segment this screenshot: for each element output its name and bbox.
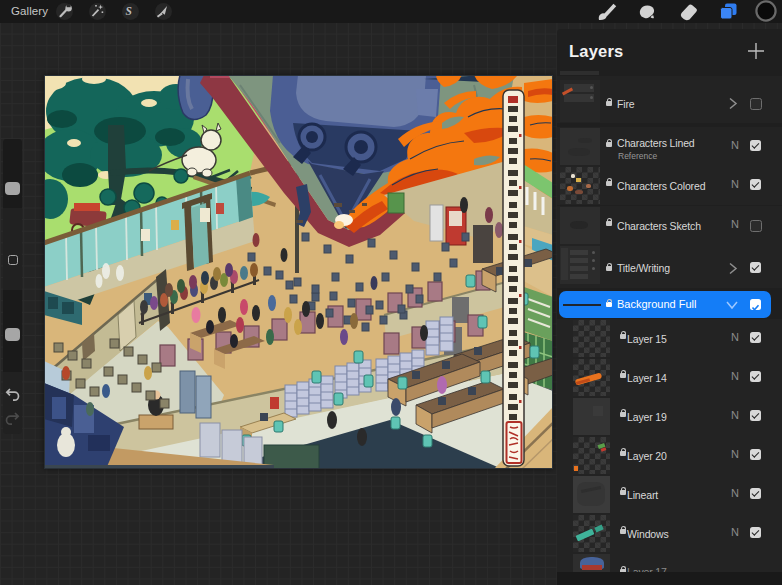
svg-text:S: S <box>126 5 132 17</box>
